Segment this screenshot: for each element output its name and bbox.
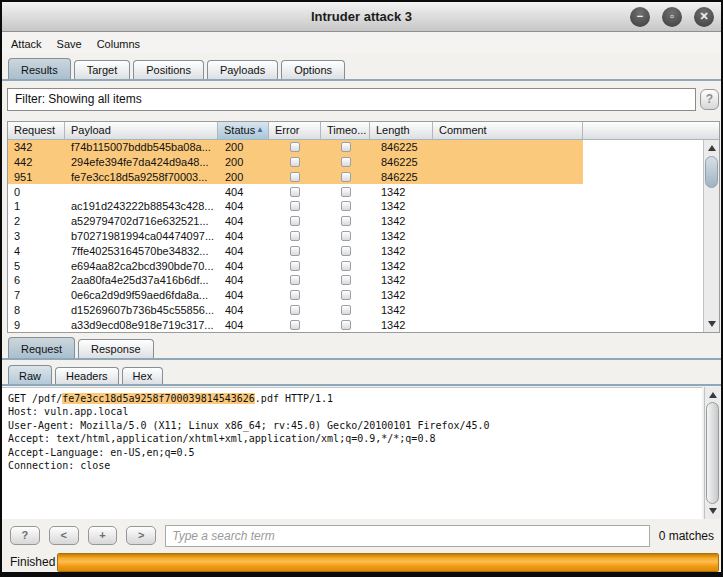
cell-status: 404	[218, 289, 269, 301]
error-checkbox[interactable]	[290, 187, 300, 197]
tab-options[interactable]: Options	[281, 60, 345, 79]
column-header-error[interactable]: Error	[269, 122, 321, 139]
cell-req: 7	[8, 289, 65, 301]
tab-payloads[interactable]: Payloads	[207, 60, 278, 79]
filter-help-button[interactable]: ?	[700, 89, 719, 110]
timeout-checkbox[interactable]	[341, 216, 351, 226]
table-row[interactable]: 04041342	[8, 184, 583, 199]
cell-pay: ac191d243222b88543c428...	[65, 200, 218, 212]
timeout-checkbox[interactable]	[341, 187, 351, 197]
timeout-checkbox[interactable]	[341, 246, 351, 256]
tab-hex[interactable]: Hex	[122, 367, 164, 384]
cell-err	[269, 172, 321, 182]
request-line: GET /pdf/fe7e3cc18d5a9258f70003981454362…	[8, 392, 702, 405]
column-header-comment[interactable]: Comment	[433, 122, 583, 139]
timeout-checkbox[interactable]	[341, 142, 351, 152]
table-row[interactable]: 70e6ca2d9d9f59aed6fda8a...4041342	[8, 288, 583, 303]
cell-req: 6	[8, 274, 65, 286]
timeout-checkbox[interactable]	[341, 305, 351, 315]
table-scrollbar[interactable]	[703, 140, 719, 332]
column-header-payload[interactable]: Payload	[65, 122, 218, 139]
column-header-request[interactable]: Request	[8, 122, 65, 139]
timeout-checkbox[interactable]	[341, 320, 351, 330]
error-checkbox[interactable]	[290, 142, 300, 152]
timeout-checkbox[interactable]	[341, 275, 351, 285]
cell-err	[269, 290, 321, 300]
table-row[interactable]: 2a529794702d716e632521...4041342	[8, 214, 583, 229]
error-checkbox[interactable]	[290, 275, 300, 285]
cell-err	[269, 142, 321, 152]
column-header-status[interactable]: Status▲	[218, 122, 269, 139]
error-checkbox[interactable]	[290, 216, 300, 226]
error-checkbox[interactable]	[290, 261, 300, 271]
error-checkbox[interactable]	[290, 172, 300, 182]
scroll-up-icon[interactable]	[705, 388, 720, 402]
timeout-checkbox[interactable]	[341, 231, 351, 241]
timeout-checkbox[interactable]	[341, 290, 351, 300]
cell-to	[321, 201, 370, 211]
search-help-button[interactable]: ?	[10, 526, 40, 545]
table-row[interactable]: 1ac191d243222b88543c428...4041342	[8, 199, 583, 214]
column-header-length[interactable]: Length	[370, 122, 433, 139]
table-row[interactable]: 8d15269607b736b45c55856...4041342	[8, 302, 583, 317]
message-tab-strip: Request Response	[2, 336, 721, 360]
table-row[interactable]: 47ffe40253164570be34832...4041342	[8, 243, 583, 258]
search-previous-button[interactable]: <	[49, 526, 79, 545]
error-checkbox[interactable]	[290, 290, 300, 300]
cell-to	[321, 172, 370, 182]
tab-positions[interactable]: Positions	[133, 60, 204, 79]
minimize-icon[interactable]: −	[630, 7, 650, 27]
tab-headers[interactable]: Headers	[55, 367, 119, 384]
table-row[interactable]: 342f74b115007bddb545ba08a...200846225	[8, 140, 583, 155]
cell-len: 1342	[370, 230, 433, 242]
scroll-up-icon[interactable]	[704, 141, 719, 155]
scroll-down-icon[interactable]	[704, 317, 719, 331]
error-checkbox[interactable]	[290, 231, 300, 241]
tab-results[interactable]: Results	[8, 58, 71, 79]
filter-bar[interactable]: Filter: Showing all items	[7, 88, 696, 111]
tab-request[interactable]: Request	[8, 337, 75, 358]
table-header: Request Payload Status▲ Error Timeo... L…	[8, 122, 719, 140]
table-row[interactable]: 951fe7e3cc18d5a9258f70003...200846225	[8, 170, 583, 185]
search-add-button[interactable]: +	[88, 526, 118, 545]
timeout-checkbox[interactable]	[341, 201, 351, 211]
error-checkbox[interactable]	[290, 305, 300, 315]
scroll-down-icon[interactable]	[705, 504, 720, 518]
menu-columns[interactable]: Columns	[97, 38, 140, 50]
table-scrollbar-thumb[interactable]	[705, 156, 718, 188]
maximize-icon[interactable]: ▫	[662, 7, 682, 27]
cell-req: 342	[8, 141, 65, 153]
tab-target[interactable]: Target	[74, 60, 131, 79]
menu-attack[interactable]: Attack	[11, 38, 42, 50]
table-row[interactable]: 9a33d9ecd08e918e719c317...4041342	[8, 317, 583, 332]
table-row[interactable]: 5e694aa82ca2bcd390bde70...4041342	[8, 258, 583, 273]
column-header-timeout[interactable]: Timeo...	[321, 122, 370, 139]
error-checkbox[interactable]	[290, 246, 300, 256]
cell-status: 404	[218, 304, 269, 316]
cell-pay: a33d9ecd08e918e719c317...	[65, 319, 218, 331]
cell-to	[321, 157, 370, 167]
table-row[interactable]: 442294efe394fe7da424d9a48...200846225	[8, 155, 583, 170]
cell-err	[269, 320, 321, 330]
error-checkbox[interactable]	[290, 201, 300, 211]
timeout-checkbox[interactable]	[341, 261, 351, 271]
search-next-button[interactable]: >	[126, 526, 156, 545]
timeout-checkbox[interactable]	[341, 172, 351, 182]
menu-save[interactable]: Save	[57, 38, 82, 50]
error-checkbox[interactable]	[290, 157, 300, 167]
close-icon[interactable]: ✕	[694, 7, 714, 27]
cell-to	[321, 246, 370, 256]
editor-scrollbar-thumb[interactable]	[706, 402, 719, 504]
tab-raw[interactable]: Raw	[8, 365, 52, 384]
cell-len: 846225	[370, 141, 433, 153]
table-row[interactable]: 62aa80fa4e25d37a416b6df...4041342	[8, 273, 583, 288]
request-editor[interactable]: GET /pdf/fe7e3cc18d5a9258f70003981454362…	[2, 387, 702, 519]
cell-status: 404	[218, 260, 269, 272]
editor-scrollbar[interactable]	[704, 387, 720, 519]
tab-response[interactable]: Response	[78, 339, 154, 358]
table-row[interactable]: 3b70271981994ca04474097...4041342	[8, 229, 583, 244]
timeout-checkbox[interactable]	[341, 157, 351, 167]
search-input[interactable]	[165, 525, 649, 547]
error-checkbox[interactable]	[290, 320, 300, 330]
cell-req: 2	[8, 215, 65, 227]
